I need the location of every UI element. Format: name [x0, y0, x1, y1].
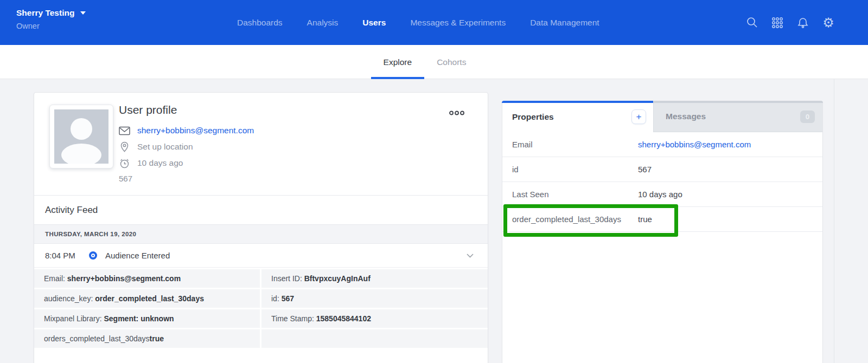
- profile-email-link[interactable]: sherry+bobbins@segment.com: [137, 126, 254, 135]
- avatar-body-shape: [61, 144, 101, 164]
- table-row: Email: sherry+bobbins@segment.com Insert…: [34, 269, 488, 288]
- top-nav-bar: Sherry Testing Owner Dashboards Analysis…: [0, 0, 868, 45]
- property-label: Email: [502, 140, 638, 149]
- notifications-bell-icon[interactable]: [796, 16, 810, 30]
- chevron-down-icon[interactable]: [467, 254, 474, 258]
- envelope-icon: [119, 126, 130, 135]
- activity-feed-title: Activity Feed: [34, 195, 488, 224]
- profile-user-id: 567: [119, 174, 254, 183]
- event-details-table: Email: sherry+bobbins@segment.com Insert…: [34, 268, 488, 348]
- property-value: 10 days ago: [638, 190, 682, 199]
- detail-cell-audience-key: audience_key: order_completed_last_30day…: [34, 289, 260, 308]
- table-row: orders_completed_last_30daystrue: [34, 329, 488, 348]
- detail-cell-orders-completed: orders_completed_last_30daystrue: [34, 329, 260, 348]
- property-label: order_completed_last_30days: [502, 215, 638, 224]
- property-value-email-link[interactable]: sherry+bobbins@segment.com: [638, 140, 751, 149]
- avatar: [49, 105, 113, 168]
- nav-item-analysis[interactable]: Analysis: [307, 18, 339, 28]
- activity-event-row[interactable]: 8:04 PM Audience Entered: [34, 244, 488, 268]
- properties-tabs: Properties + Messages 0: [502, 101, 822, 132]
- search-icon[interactable]: [745, 16, 759, 30]
- tab-cohorts[interactable]: Cohorts: [424, 45, 478, 79]
- org-name: Sherry Testing: [16, 8, 74, 18]
- detail-cell-id: id: 567: [261, 289, 488, 308]
- tab-explore[interactable]: Explore: [371, 45, 425, 79]
- property-value: 567: [638, 165, 652, 174]
- page-title: User profile: [119, 103, 254, 116]
- nav-item-data-management[interactable]: Data Management: [530, 18, 599, 28]
- add-property-button[interactable]: +: [631, 109, 646, 124]
- header-icons: ⚙: [745, 0, 835, 45]
- property-row-last-seen: Last Seen 10 days ago: [502, 182, 822, 207]
- tab-messages[interactable]: Messages 0: [653, 101, 822, 132]
- location-pin-icon: [119, 141, 130, 153]
- sub-tab-bar: Explore Cohorts: [0, 45, 868, 79]
- nav-item-dashboards[interactable]: Dashboards: [237, 18, 283, 28]
- org-role: Owner: [16, 22, 86, 30]
- property-row-order-completed: order_completed_last_30days true: [502, 207, 822, 232]
- more-options-button[interactable]: [449, 110, 465, 116]
- detail-cell-email: Email: sherry+bobbins@segment.com: [34, 269, 260, 288]
- user-profile-card: User profile sherry+bobbins@segment.com …: [34, 92, 488, 363]
- detail-cell-empty: [261, 329, 488, 348]
- apps-grid-icon[interactable]: [770, 16, 784, 30]
- nav-item-messages-experiments[interactable]: Messages & Experiments: [410, 18, 506, 28]
- property-row-id: id 567: [502, 157, 822, 182]
- nav-item-users[interactable]: Users: [362, 18, 386, 28]
- detail-cell-insert-id: Insert ID: BftvpxcuyAgInAuf: [261, 269, 488, 288]
- property-row-email: Email sherry+bobbins@segment.com: [502, 132, 822, 157]
- set-up-location-link[interactable]: Set up location: [137, 142, 193, 152]
- detail-cell-mixpanel-library: Mixpanel Library: Segment: unknown: [34, 309, 260, 328]
- tab-properties-label: Properties: [512, 112, 554, 122]
- property-value: true: [638, 215, 652, 224]
- event-name: Audience Entered: [105, 251, 170, 260]
- properties-panel: Properties + Messages 0 Email sherry+bob…: [502, 101, 823, 363]
- table-row: audience_key: order_completed_last_30day…: [34, 289, 488, 308]
- property-label: id: [502, 165, 638, 174]
- tab-properties[interactable]: Properties +: [502, 101, 653, 132]
- settings-gear-icon[interactable]: ⚙: [821, 16, 835, 30]
- audience-entered-icon: [89, 251, 97, 260]
- activity-date-header: THURSDAY, MARCH 19, 2020: [34, 224, 488, 244]
- event-time: 8:04 PM: [45, 251, 81, 260]
- messages-count-badge: 0: [800, 111, 815, 123]
- profile-section: User profile sherry+bobbins@segment.com …: [34, 93, 488, 195]
- main-nav: Dashboards Analysis Users Messages & Exp…: [237, 0, 599, 45]
- org-switcher[interactable]: Sherry Testing Owner: [16, 8, 86, 30]
- detail-cell-time-stamp: Time Stamp: 1585045844102: [261, 309, 488, 328]
- content-right-divider: [834, 79, 834, 363]
- last-seen-clock-icon: [119, 158, 130, 169]
- org-dropdown-caret-icon: [80, 11, 86, 15]
- tab-messages-label: Messages: [666, 112, 706, 121]
- avatar-head-shape: [71, 118, 92, 140]
- profile-last-seen: 10 days ago: [137, 158, 183, 168]
- table-row: Mixpanel Library: Segment: unknown Time …: [34, 309, 488, 328]
- property-label: Last Seen: [502, 190, 638, 199]
